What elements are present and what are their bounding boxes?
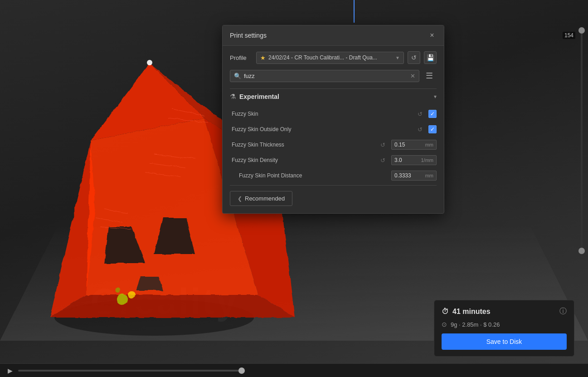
menu-button[interactable]: ☰	[422, 69, 437, 83]
chevron-down-icon: ▼	[395, 55, 400, 60]
dialog-body: Profile ★ 24/02/24 - CR Touch Calibrati.…	[223, 46, 444, 213]
fuzzy-skin-outside-checkbox[interactable]: ✓	[428, 125, 437, 133]
scrollbar-thumb-bottom[interactable]	[578, 248, 585, 254]
viewport-scrollbar[interactable]	[580, 27, 583, 254]
filament-icon: ⊙	[442, 321, 447, 328]
progress-thumb[interactable]	[238, 367, 245, 374]
recommended-label: Recommended	[245, 195, 285, 202]
status-bar: ▶	[0, 363, 588, 377]
profile-value: 24/02/24 - CR Touch Calibrati... - Draft…	[268, 54, 377, 61]
svg-marker-9	[136, 277, 163, 290]
setting-row-fuzzy-density: Fuzzy Skin Density ↺ 3.0 1/mm	[230, 152, 437, 168]
search-icon: 🔍	[234, 73, 241, 79]
clear-search-button[interactable]: ✕	[410, 73, 415, 79]
fuzzy-point-distance-label: Fuzzy Skin Point Distance	[230, 172, 388, 179]
search-box: 🔍 ✕	[230, 70, 419, 82]
profile-label: Profile	[230, 54, 253, 61]
experimental-section-header[interactable]: ⚗ Experimental ▾	[230, 88, 437, 104]
fuzzy-point-distance-unit: mm	[425, 173, 433, 178]
fuzzy-density-reset[interactable]: ↺	[378, 155, 388, 165]
blue-accent-line	[354, 0, 355, 23]
svg-point-11	[128, 291, 135, 299]
svg-point-21	[147, 60, 152, 65]
fuzzy-density-value: 3.0	[394, 157, 419, 163]
layer-number: 154	[563, 32, 575, 39]
setting-row-fuzzy-point-distance: Fuzzy Skin Point Distance 0.3333 mm	[230, 168, 437, 183]
collapse-icon: ▾	[434, 93, 437, 100]
setting-row-fuzzy-skin: Fuzzy Skin ↺ ✓	[230, 106, 437, 122]
fuzzy-thickness-input[interactable]: 0.15 mm	[391, 140, 437, 150]
time-value: 41 minutes	[452, 308, 491, 316]
profile-reset-button[interactable]: ↺	[408, 51, 420, 64]
svg-point-12	[115, 288, 121, 293]
play-button[interactable]: ▶	[5, 366, 15, 375]
svg-marker-1	[50, 295, 295, 318]
fuzzy-skin-checkbox[interactable]: ✓	[428, 110, 437, 118]
section-title-row: ⚗ Experimental	[230, 93, 279, 101]
print-settings-dialog: Print settings × Profile ★ 24/02/24 - CR…	[222, 25, 444, 214]
svg-point-10	[117, 294, 128, 305]
fuzzy-density-unit: 1/mm	[421, 157, 434, 163]
fuzzy-point-distance-value: 0.3333	[394, 172, 423, 179]
profile-row: Profile ★ 24/02/24 - CR Touch Calibrati.…	[230, 51, 437, 64]
search-row: 🔍 ✕ ☰	[230, 69, 437, 83]
playback-progress[interactable]	[18, 370, 245, 372]
fuzzy-thickness-unit: mm	[425, 142, 433, 147]
save-to-disk-button[interactable]: Save to Disk	[442, 333, 567, 350]
dialog-header: Print settings ×	[223, 25, 444, 46]
fuzzy-density-label: Fuzzy Skin Density	[230, 157, 374, 163]
clock-icon: ⏱	[442, 308, 449, 316]
dialog-title: Print settings	[230, 32, 267, 39]
setting-row-fuzzy-skin-outside: Fuzzy Skin Outside Only ↺ ✓	[230, 122, 437, 137]
fuzzy-point-distance-input[interactable]: 0.3333 mm	[391, 171, 437, 181]
materials-row: ⊙ 9g · 2.85m · $ 0.26	[442, 321, 567, 328]
fuzzy-thickness-label: Fuzzy Skin Thickness	[230, 142, 374, 148]
section-title: Experimental	[239, 93, 279, 100]
info-icon[interactable]: ⓘ	[559, 307, 567, 316]
profile-select[interactable]: ★ 24/02/24 - CR Touch Calibrati... - Dra…	[256, 52, 404, 64]
chevron-left-icon: ❮	[238, 196, 242, 202]
fuzzy-density-input[interactable]: 3.0 1/mm	[391, 155, 437, 165]
fuzzy-skin-outside-label: Fuzzy Skin Outside Only	[230, 126, 411, 132]
profile-save-button[interactable]: 💾	[424, 51, 437, 64]
fuzzy-skin-reset[interactable]: ↺	[415, 109, 425, 119]
fuzzy-thickness-reset[interactable]: ↺	[378, 140, 388, 150]
close-button[interactable]: ×	[428, 31, 437, 40]
recommended-button[interactable]: ❮ Recommended	[230, 191, 292, 206]
scrollbar-thumb-top[interactable]	[578, 27, 585, 34]
recommended-row: ❮ Recommended	[230, 185, 437, 208]
materials-value: 9g · 2.85m · $ 0.26	[451, 321, 500, 328]
star-icon: ★	[260, 54, 266, 61]
fuzzy-thickness-value: 0.15	[394, 142, 423, 148]
settings-list: Fuzzy Skin ↺ ✓ Fuzzy Skin Outside Only ↺…	[230, 104, 437, 185]
setting-row-fuzzy-thickness: Fuzzy Skin Thickness ↺ 0.15 mm	[230, 137, 437, 152]
info-panel: ⏱ 41 minutes ⓘ ⊙ 9g · 2.85m · $ 0.26 Sav…	[434, 300, 574, 357]
fuzzy-skin-outside-reset[interactable]: ↺	[415, 124, 425, 134]
flask-icon: ⚗	[230, 93, 236, 101]
fuzzy-skin-label: Fuzzy Skin	[230, 111, 411, 117]
3d-viewport: Creality	[0, 0, 588, 377]
time-row: ⏱ 41 minutes ⓘ	[442, 307, 567, 316]
print-time: ⏱ 41 minutes	[442, 308, 491, 316]
search-input[interactable]	[244, 73, 408, 79]
